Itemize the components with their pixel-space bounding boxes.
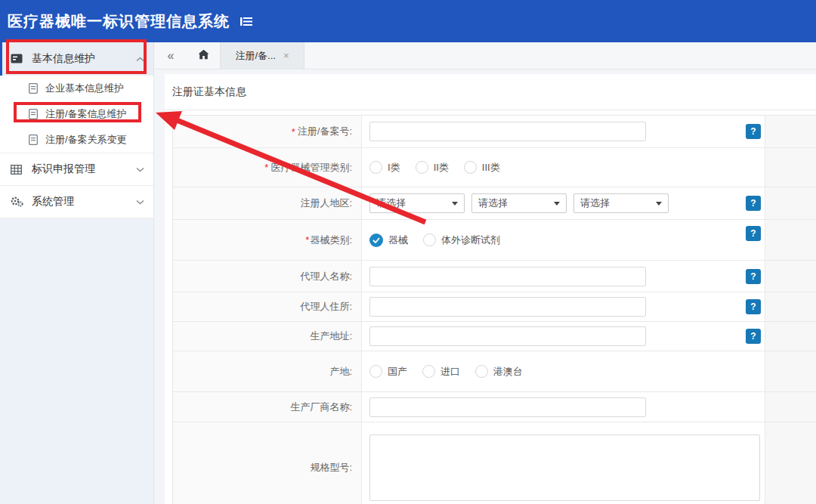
app-header: 医疗器械唯一标识管理信息系统 <box>0 0 816 42</box>
sidebar-item-label: 注册/备案关系变更 <box>45 133 127 147</box>
production-address-input[interactable] <box>369 326 646 346</box>
field-label: 注册人地区: <box>300 196 352 210</box>
radio-circle-icon <box>423 233 436 246</box>
field-label: 注册/备案号: <box>298 125 352 138</box>
help-button[interactable]: ? <box>746 269 761 284</box>
specification-model-textarea[interactable] <box>369 434 760 501</box>
radio-imported[interactable]: 进口 <box>422 365 460 379</box>
chevron-down-icon <box>136 199 144 205</box>
document-icon <box>29 135 39 145</box>
app-title: 医疗器械唯一标识管理信息系统 <box>8 11 230 32</box>
registration-form-panel: 注册证基本信息 * 注册/备案号: ? * 医疗器械管理类别: <box>165 74 816 504</box>
help-button[interactable]: ? <box>746 329 761 344</box>
radio-circle-icon <box>369 161 382 174</box>
document-icon <box>29 109 39 119</box>
required-marker: * <box>264 162 268 173</box>
help-button[interactable]: ? <box>746 226 761 241</box>
document-icon <box>29 83 39 94</box>
form-row: 生产地址: ? <box>173 322 816 351</box>
sidebar: 基本信息维护 企业基本信息维护 注册/备案信息维护 <box>0 42 154 504</box>
form-row: 规格型号: <box>173 422 816 504</box>
field-label: 产地: <box>329 365 352 379</box>
radio-circle-icon <box>369 365 382 378</box>
select-arrow-icon <box>656 202 662 206</box>
required-marker: * <box>305 234 309 246</box>
tab-bar: « 注册/备... × <box>155 42 816 70</box>
field-label: 规格型号: <box>310 461 352 475</box>
app-window: 医疗器械唯一标识管理信息系统 基本信息维护 <box>0 0 816 504</box>
region-province-select[interactable]: 请选择 <box>369 193 465 213</box>
radio-class-iii[interactable]: III类 <box>464 161 500 175</box>
form-row: 代理人名称: ? <box>173 261 816 292</box>
registration-form-table: * 注册/备案号: ? * 医疗器械管理类别: <box>172 115 816 504</box>
required-marker: * <box>292 126 295 138</box>
help-button[interactable]: ? <box>746 299 761 314</box>
sidebar-item-label: 标识申报管理 <box>32 162 95 176</box>
sidebar-item-basic-info[interactable]: 基本信息维护 <box>0 42 153 76</box>
form-title: 注册证基本信息 <box>172 85 246 99</box>
sidebar-item-label: 企业基本信息维护 <box>45 82 124 95</box>
field-label: 医疗器械管理类别: <box>270 161 352 175</box>
sidebar-item-label: 基本信息维护 <box>32 52 95 66</box>
dashboard-icon <box>11 54 23 64</box>
sidebar-item-label: 系统管理 <box>32 195 74 209</box>
gears-icon <box>11 196 23 207</box>
manufacturer-name-input[interactable] <box>369 397 646 417</box>
form-row: * 医疗器械管理类别: I类 II类 <box>173 148 816 187</box>
sidebar-item-label-declaration[interactable]: 标识申报管理 <box>0 153 153 185</box>
sidebar-item-registration-record-info[interactable]: 注册/备案信息维护 <box>0 101 153 127</box>
form-row: 产地: 国产 进口 港澳台 <box>173 351 816 392</box>
field-label: 代理人名称: <box>300 270 352 283</box>
agent-name-input[interactable] <box>369 267 646 286</box>
region-city-select[interactable]: 请选择 <box>471 193 567 213</box>
radio-circle-icon <box>416 161 428 174</box>
field-label: 器械类别: <box>310 233 352 247</box>
radio-device[interactable]: 器械 <box>369 233 408 247</box>
home-icon <box>198 49 209 63</box>
grid-icon <box>11 165 23 175</box>
agent-address-input[interactable] <box>369 297 646 317</box>
form-row: * 器械类别: 器械 体外诊断试剂 <box>173 220 816 261</box>
hamburger-icon[interactable] <box>240 16 253 27</box>
field-label: 生产地址: <box>310 329 352 343</box>
tab-label: 注册/备... <box>235 49 275 63</box>
chevron-down-icon <box>136 167 144 172</box>
sidebar-item-enterprise-basic-info[interactable]: 企业基本信息维护 <box>0 76 153 101</box>
field-label: 代理人住所: <box>300 300 352 314</box>
radio-circle-icon <box>475 365 488 378</box>
select-arrow-icon <box>554 202 560 206</box>
sidebar-item-label: 注册/备案信息维护 <box>45 107 127 121</box>
radio-circle-icon <box>464 161 477 174</box>
form-row: * 注册/备案号: ? <box>173 116 816 148</box>
select-arrow-icon <box>452 202 458 206</box>
home-tab[interactable] <box>187 42 220 69</box>
sidebar-item-system-management[interactable]: 系统管理 <box>0 185 153 218</box>
radio-hk-macao-taiwan[interactable]: 港澳台 <box>475 365 523 379</box>
form-row: 注册人地区: 请选择 请选择 请选择 ? <box>173 187 816 220</box>
field-label: 生产厂商名称: <box>290 400 352 414</box>
chevron-up-icon <box>136 57 144 62</box>
region-district-select[interactable]: 请选择 <box>573 193 669 213</box>
sidebar-item-registration-relation-change[interactable]: 注册/备案关系变更 <box>0 127 153 153</box>
registration-number-input[interactable] <box>369 122 646 141</box>
radio-ivd-reagent[interactable]: 体外诊断试剂 <box>423 233 500 247</box>
radio-checked-icon <box>369 233 383 247</box>
form-row: 生产厂商名称: <box>173 392 816 422</box>
radio-domestic[interactable]: 国产 <box>369 365 407 379</box>
form-row: 代理人住所: ? <box>173 292 816 322</box>
close-icon[interactable]: × <box>283 50 289 61</box>
radio-class-i[interactable]: I类 <box>369 161 400 175</box>
help-button[interactable]: ? <box>746 124 761 139</box>
help-button[interactable]: ? <box>746 196 761 211</box>
collapse-sidebar-button[interactable]: « <box>155 42 187 69</box>
radio-class-ii[interactable]: II类 <box>416 161 449 175</box>
radio-circle-icon <box>422 365 435 378</box>
tab-registration[interactable]: 注册/备... × <box>220 42 304 69</box>
